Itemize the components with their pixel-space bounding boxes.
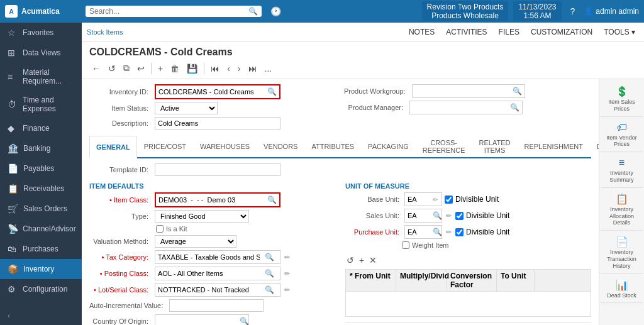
customization-button[interactable]: CUSTOMIZATION bbox=[527, 26, 596, 38]
lot-serial-search-icon[interactable]: 🔍 bbox=[262, 284, 277, 295]
item-status-select[interactable]: Active bbox=[155, 102, 218, 114]
purchase-unit-input-wrap[interactable]: 🔍 bbox=[404, 225, 442, 239]
inventory-summary-button[interactable]: ≡ Inventory Summary bbox=[601, 153, 643, 188]
tax-category-edit-icon[interactable]: ✏ bbox=[283, 253, 291, 262]
add-button[interactable]: + bbox=[155, 62, 165, 75]
tab-attributes[interactable]: ATTRIBUTES bbox=[304, 136, 361, 157]
is-kit-checkbox[interactable] bbox=[156, 225, 164, 233]
posting-class-input-wrap[interactable]: 🔍 bbox=[155, 267, 280, 280]
refresh-button[interactable]: ↺ bbox=[106, 62, 118, 75]
notes-button[interactable]: NOTES bbox=[405, 26, 438, 38]
tab-warehouses[interactable]: WAREHOUSES bbox=[193, 136, 257, 157]
tab-relateditems[interactable]: RELATED ITEMS bbox=[472, 136, 518, 157]
purchase-unit-edit-icon[interactable]: ✏ bbox=[445, 228, 453, 236]
sidebar-item-configuration[interactable]: ⚙ Configuration bbox=[0, 279, 82, 299]
sales-unit-input-wrap[interactable]: 🔍 bbox=[404, 209, 442, 223]
product-workgroup-input-wrap[interactable]: 🔍 bbox=[412, 84, 525, 98]
sidebar-item-inventory[interactable]: 📦 Inventory bbox=[0, 259, 82, 279]
tax-category-input-wrap[interactable]: 🔍 bbox=[155, 250, 280, 264]
sidebar-item-favorites[interactable]: ☆ Favorites bbox=[0, 23, 82, 43]
sidebar-item-material[interactable]: ≡ Material Requirem... bbox=[0, 63, 82, 91]
sidebar-item-time[interactable]: ⏱ Time and Expenses bbox=[0, 91, 82, 118]
revision-info[interactable]: Revision Two Products Products Wholesale bbox=[422, 1, 509, 21]
template-id-input[interactable] bbox=[155, 163, 280, 176]
base-unit-input-wrap[interactable]: ✏ bbox=[404, 192, 442, 206]
undo-button[interactable]: ↩ bbox=[135, 62, 147, 75]
sidebar-item-purchases[interactable]: 🛍 Purchases bbox=[0, 239, 82, 259]
description-input[interactable] bbox=[155, 117, 280, 129]
inventory-transaction-button[interactable]: 📄 Inventory Transaction History bbox=[601, 232, 643, 273]
sales-unit-input[interactable] bbox=[405, 209, 430, 222]
posting-class-search-icon[interactable]: 🔍 bbox=[262, 268, 277, 279]
country-origin-search-icon[interactable]: 🔍 bbox=[237, 316, 252, 325]
sidebar-item-banking[interactable]: 🏦 Banking bbox=[0, 138, 82, 158]
posting-class-edit-icon[interactable]: ✏ bbox=[283, 270, 291, 278]
sidebar-item-receivables[interactable]: 📋 Receivables bbox=[0, 179, 82, 199]
sidebar-item-payables[interactable]: 📄 Payables bbox=[0, 158, 82, 179]
back-button[interactable]: ← bbox=[89, 62, 103, 75]
sidebar-item-finance[interactable]: ◆ Finance bbox=[0, 118, 82, 138]
lot-serial-input-wrap[interactable]: 🔍 bbox=[155, 283, 280, 297]
tools-button[interactable]: TOOLS ▾ bbox=[600, 26, 639, 38]
product-manager-search-icon[interactable]: 🔍 bbox=[508, 102, 522, 113]
tax-category-search-icon[interactable]: 🔍 bbox=[262, 251, 277, 263]
item-class-input[interactable] bbox=[156, 194, 265, 206]
inventory-id-search-icon[interactable]: 🔍 bbox=[265, 86, 279, 97]
weight-item-checkbox[interactable] bbox=[402, 241, 409, 249]
product-workgroup-search-icon[interactable]: 🔍 bbox=[510, 85, 525, 97]
lot-serial-input[interactable] bbox=[155, 284, 262, 296]
tab-replenishment[interactable]: REPLENISHMENT bbox=[517, 136, 590, 157]
delete-button[interactable]: 🗑 bbox=[168, 62, 182, 75]
sidebar-item-salesorders[interactable]: 🛒 Sales Orders bbox=[0, 199, 82, 219]
base-unit-input[interactable] bbox=[405, 193, 430, 206]
tab-general[interactable]: GENERAL bbox=[89, 136, 137, 158]
help-button[interactable]: ? bbox=[567, 4, 579, 19]
purchase-divisible-checkbox[interactable] bbox=[455, 228, 464, 236]
inventory-id-input[interactable] bbox=[156, 85, 265, 98]
posting-class-input[interactable] bbox=[155, 267, 262, 280]
tab-deferral[interactable]: DEFERRAL bbox=[590, 136, 599, 157]
item-sales-prices-button[interactable]: 💲 Item Sales Prices bbox=[601, 82, 643, 117]
purchase-unit-input[interactable] bbox=[405, 226, 430, 238]
save-button[interactable]: 💾 bbox=[184, 62, 200, 75]
product-manager-input-wrap[interactable]: 🔍 bbox=[409, 101, 523, 114]
product-workgroup-input[interactable] bbox=[413, 85, 510, 97]
inventory-id-input-wrap[interactable]: 🔍 bbox=[155, 84, 280, 99]
prev-button[interactable]: ‹ bbox=[225, 62, 233, 75]
tab-vendors[interactable]: VENDORS bbox=[257, 136, 304, 157]
sales-unit-search-icon[interactable]: 🔍 bbox=[430, 210, 445, 221]
sidebar-collapse[interactable]: ‹ bbox=[0, 306, 82, 325]
conv-refresh-button[interactable]: ↺ bbox=[345, 254, 355, 267]
activities-button[interactable]: ACTIVITIES bbox=[442, 26, 491, 38]
next-button[interactable]: › bbox=[235, 62, 243, 75]
valuation-select[interactable]: Average bbox=[155, 235, 236, 248]
sales-unit-edit-icon[interactable]: ✏ bbox=[445, 212, 453, 220]
admin-button[interactable]: 👤 admin admin bbox=[584, 7, 639, 16]
last-button[interactable]: ⏭ bbox=[246, 62, 260, 75]
auto-inc-input[interactable] bbox=[169, 299, 264, 312]
history-icon[interactable]: 🕐 bbox=[267, 4, 285, 19]
product-manager-input[interactable] bbox=[410, 101, 508, 114]
search-bar[interactable]: 🔍 bbox=[86, 6, 262, 17]
base-unit-search-icon[interactable]: ✏ bbox=[430, 195, 440, 204]
tab-pricecost[interactable]: PRICE/COST bbox=[137, 136, 193, 157]
sidebar-item-channeladvisor[interactable]: 📡 ChannelAdvisor bbox=[0, 219, 82, 239]
item-class-input-wrap[interactable]: 🔍 bbox=[155, 192, 280, 207]
first-button[interactable]: ⏮ bbox=[208, 62, 222, 75]
copy-button[interactable]: ⧉ bbox=[121, 62, 132, 75]
files-button[interactable]: FILES bbox=[495, 26, 523, 38]
tab-packaging[interactable]: PACKAGING bbox=[361, 136, 416, 157]
conv-add-button[interactable]: + bbox=[358, 254, 365, 267]
base-divisible-checkbox[interactable] bbox=[445, 196, 453, 204]
tab-crossref[interactable]: CROSS-REFERENCE bbox=[416, 136, 472, 157]
sales-divisible-checkbox[interactable] bbox=[455, 212, 464, 220]
more-button[interactable]: ... bbox=[262, 62, 275, 75]
country-origin-input[interactable] bbox=[155, 315, 237, 325]
item-class-search-icon[interactable]: 🔍 bbox=[265, 194, 279, 206]
inventory-allocation-button[interactable]: 📋 Inventory Allocation Details bbox=[601, 189, 643, 231]
lot-serial-edit-icon[interactable]: ✏ bbox=[283, 286, 291, 294]
purchase-unit-search-icon[interactable]: 🔍 bbox=[430, 226, 445, 238]
item-vendor-prices-button[interactable]: 🏷 Item Vendor Prices bbox=[601, 118, 643, 153]
logo[interactable]: A Acumatica bbox=[5, 5, 80, 18]
tax-category-input[interactable] bbox=[155, 251, 262, 263]
